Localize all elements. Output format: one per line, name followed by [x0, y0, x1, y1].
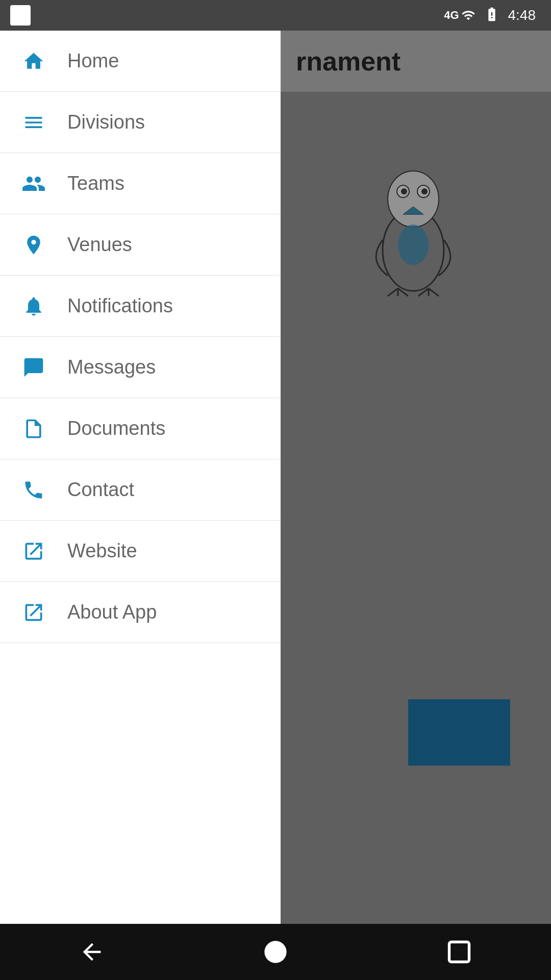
- documents-icon: [20, 415, 47, 442]
- notifications-icon: [20, 293, 47, 320]
- sidebar-item-messages-label: Messages: [67, 356, 156, 378]
- sim-card-icon: [10, 5, 31, 26]
- sidebar-item-contact[interactable]: Contact: [0, 459, 281, 521]
- divisions-icon: [20, 109, 47, 136]
- website-icon: [20, 538, 47, 565]
- sidebar-item-divisions[interactable]: Divisions: [0, 92, 281, 153]
- home-icon: [20, 48, 47, 75]
- messages-icon: [20, 354, 47, 381]
- contact-icon: [20, 477, 47, 503]
- venues-icon: [20, 232, 47, 258]
- svg-rect-9: [449, 942, 469, 962]
- signal-icon: 4G: [444, 8, 475, 22]
- sidebar-item-documents-label: Documents: [67, 418, 165, 439]
- bottom-navigation-bar: [0, 924, 551, 980]
- about-app-icon: [20, 599, 47, 626]
- sidebar-item-teams-label: Teams: [67, 173, 124, 194]
- nav-drawer: Home Divisions Teams Venues Notification…: [0, 31, 281, 980]
- sidebar-item-notifications[interactable]: Notifications: [0, 276, 281, 337]
- sidebar-item-notifications-label: Notifications: [67, 295, 173, 317]
- sidebar-item-website[interactable]: Website: [0, 521, 281, 582]
- sidebar-item-documents[interactable]: Documents: [0, 398, 281, 459]
- sidebar-item-venues-label: Venues: [67, 234, 132, 256]
- teams-icon: [20, 170, 47, 197]
- home-button[interactable]: [255, 932, 296, 972]
- sidebar-item-venues[interactable]: Venues: [0, 214, 281, 276]
- battery-charging-icon: [484, 6, 500, 24]
- recent-apps-button[interactable]: [439, 932, 480, 972]
- status-bar: 4G 4:48: [0, 0, 551, 31]
- sidebar-item-messages[interactable]: Messages: [0, 337, 281, 398]
- sidebar-item-website-label: Website: [67, 540, 137, 562]
- sidebar-item-divisions-label: Divisions: [67, 111, 145, 133]
- svg-point-8: [264, 941, 286, 963]
- sidebar-item-about-app[interactable]: About App: [0, 582, 281, 643]
- back-button[interactable]: [71, 932, 112, 972]
- sidebar-item-contact-label: Contact: [67, 479, 134, 501]
- sidebar-item-home-label: Home: [67, 50, 119, 72]
- sidebar-item-teams[interactable]: Teams: [0, 153, 281, 214]
- sidebar-item-about-app-label: About App: [67, 601, 157, 623]
- sidebar-item-home[interactable]: Home: [0, 31, 281, 92]
- clock: 4:48: [508, 7, 536, 23]
